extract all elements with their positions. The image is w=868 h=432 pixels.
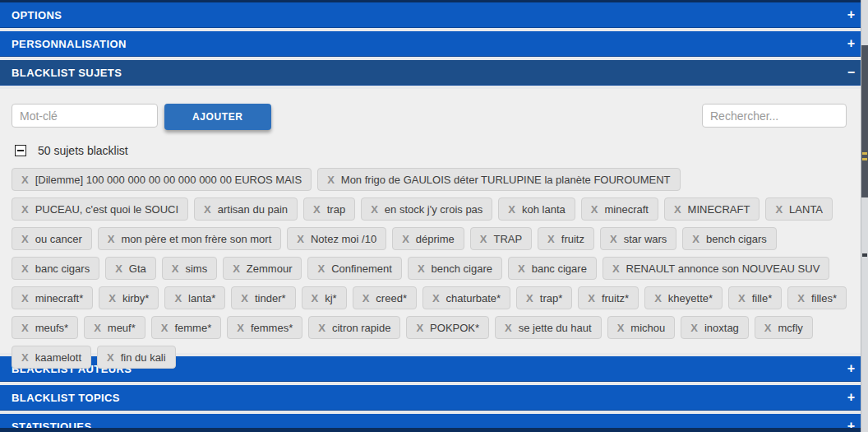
tag-label: [Dilemme] 100 000 000 00 00 000 000 00 E… [35,174,302,186]
tag-label: star wars [624,233,667,245]
tag-label: en stock j'y crois pas [385,203,483,216]
blacklist-tag: X PUCEAU, c'est quoi le SOUCI [12,197,188,221]
tag-label: Gta [129,262,146,275]
remove-tag-button[interactable]: X [432,292,440,304]
remove-tag-button[interactable]: X [204,203,211,216]
section-header-personnalisation[interactable]: PERSONNALISATION + [0,31,868,57]
remove-tag-button[interactable]: X [692,233,699,245]
remove-tag-button[interactable]: X [241,292,248,304]
blacklist-tag: X bench cigars [682,227,776,250]
tag-label: Confinement [331,262,392,275]
tag-label: meufs* [35,322,68,334]
blacklist-tag: X ou cancer [12,227,92,250]
blacklist-tag: X Confinement [307,257,401,280]
tag-label: banc cigare [532,262,587,275]
remove-tag-button[interactable]: X [108,233,115,245]
remove-tag-button[interactable]: X [174,292,182,304]
tag-label: kj* [325,292,336,304]
blacklist-tag: X kirby* [99,286,159,309]
blacklist-tag: X fruitz [538,227,594,250]
remove-tag-button[interactable]: X [416,322,423,334]
remove-tag-button[interactable]: X [94,322,101,334]
blacklist-tag: X citron rapide [308,316,400,339]
remove-tag-button[interactable]: X [21,292,29,304]
remove-tag-button[interactable]: X [21,351,29,364]
remove-tag-button[interactable]: X [610,233,617,245]
remove-tag-button[interactable]: X [674,203,681,216]
remove-tag-button[interactable]: X [233,262,240,275]
tag-label: femme* [174,322,211,334]
section-header-blacklist-sujets[interactable]: BLACKLIST SUJETS − [0,60,868,86]
blacklist-tag: X chaturbate* [422,286,510,309]
remove-tag-button[interactable]: X [738,292,746,304]
remove-tag-button[interactable]: X [690,322,698,334]
remove-tag-button[interactable]: X [797,292,805,304]
scrollbar[interactable] [861,0,868,432]
blacklist-count-label: 50 sujets blacklist [38,144,128,157]
blacklist-tag: X meuf* [84,316,145,339]
blacklist-tag: X Notez moi /10 [287,227,386,250]
remove-tag-button[interactable]: X [318,322,326,334]
remove-tag-button[interactable]: X [418,262,425,275]
blacklist-tag: X kheyette* [644,286,723,309]
remove-tag-button[interactable]: X [21,322,29,334]
blacklist-tag: X filles* [787,286,847,309]
remove-tag-button[interactable]: X [508,203,515,216]
remove-tag-button[interactable]: X [172,262,179,275]
tag-label: creed* [376,292,407,304]
plus-icon: + [847,391,855,404]
tag-label: sims [185,262,207,275]
section-header-blacklist-topics[interactable]: BLACKLIST TOPICS + [0,385,868,411]
remove-tag-button[interactable]: X [480,233,487,245]
search-input[interactable] [702,104,847,128]
remove-tag-button[interactable]: X [312,292,319,304]
add-button[interactable]: AJOUTER [164,104,271,130]
remove-tag-button[interactable]: X [764,322,772,334]
remove-tag-button[interactable]: X [107,351,114,364]
remove-tag-button[interactable]: X [505,322,512,334]
remove-tag-button[interactable]: X [371,203,378,216]
remove-tag-button[interactable]: X [327,174,335,186]
remove-tag-button[interactable]: X [362,292,370,304]
tag-label: filles* [811,292,837,304]
remove-tag-button[interactable]: X [617,322,625,334]
remove-tag-button[interactable]: X [313,203,321,216]
blacklist-tag: X banc cigare [508,257,597,280]
remove-tag-button[interactable]: X [297,233,304,245]
plus-icon: + [847,8,855,21]
blacklist-tag: X Zemmour [223,257,302,280]
remove-tag-button[interactable]: X [21,262,29,275]
remove-tag-button[interactable]: X [161,322,169,334]
remove-tag-button[interactable]: X [588,292,595,304]
remove-tag-button[interactable]: X [21,233,29,245]
remove-tag-button[interactable]: X [775,203,783,216]
blacklist-tag: X femmes* [227,316,302,339]
remove-tag-button[interactable]: X [115,262,122,275]
blacklist-tag: X POKPOK* [406,316,489,339]
keyword-input[interactable] [12,104,158,128]
scrollbar-marker [862,152,867,155]
remove-tag-button[interactable]: X [317,262,325,275]
section-header-options[interactable]: OPTIONS + [0,2,868,28]
tag-label: michou [630,322,665,334]
blacklist-tag: X en stock j'y crois pas [361,197,492,221]
remove-tag-button[interactable]: X [402,233,409,245]
remove-tag-button[interactable]: X [526,292,533,304]
tag-label: LANTA [789,203,823,216]
remove-tag-button[interactable]: X [21,174,29,186]
remove-tag-button[interactable]: X [108,292,116,304]
collapse-minus-icon[interactable] [15,145,26,156]
remove-tag-button[interactable]: X [21,203,29,216]
remove-tag-button[interactable]: X [547,233,555,245]
tag-label: POKPOK* [430,322,479,334]
scrollbar-thumb[interactable] [861,45,868,197]
remove-tag-button[interactable]: X [518,262,525,275]
remove-tag-button[interactable]: X [591,203,598,216]
remove-tag-button[interactable]: X [237,322,244,334]
tag-label: fruitz [561,233,584,245]
remove-tag-button[interactable]: X [612,262,620,275]
scrollbar-marker [862,158,867,160]
bottom-border [0,428,868,432]
blacklist-tag: X minecraft* [12,286,93,309]
remove-tag-button[interactable]: X [654,292,662,304]
